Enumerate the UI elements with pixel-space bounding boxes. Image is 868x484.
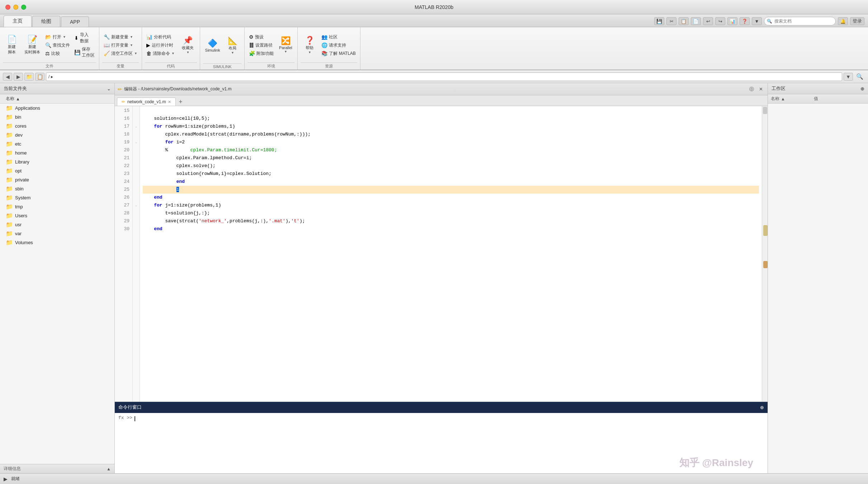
- folder-icon: 📁: [6, 230, 13, 237]
- community-button[interactable]: 👥 社区: [320, 33, 357, 41]
- file-col-header: 名称 ▲: [0, 94, 114, 104]
- clear-workspace-button[interactable]: 🧹 清空工作区 ▼: [102, 50, 139, 57]
- search-input[interactable]: [764, 17, 836, 25]
- editor-minimize-btn[interactable]: ⓪: [747, 86, 755, 92]
- new-script-button[interactable]: 📄 新建脚本: [3, 34, 21, 56]
- file-item-applications[interactable]: 📁 Applications: [0, 104, 114, 113]
- analyze-code-button[interactable]: 📊 分析代码: [145, 33, 176, 41]
- detail-info-expand-icon[interactable]: ▲: [107, 466, 111, 471]
- new-tab-button[interactable]: +: [176, 98, 184, 106]
- import-button[interactable]: ⬇ 导入数据: [73, 31, 96, 45]
- workspace-col-value: 值: [814, 96, 818, 102]
- layout-button[interactable]: 📐 布局 ▼: [223, 35, 241, 56]
- find-file-button[interactable]: 🔍 查找文件: [44, 42, 71, 49]
- simulink-button[interactable]: 🔷 Simulink: [203, 38, 222, 54]
- run-time-button[interactable]: ▶ 运行并计时: [145, 42, 176, 49]
- file-panel-collapse-icon[interactable]: ⌄: [107, 86, 111, 91]
- file-item-system[interactable]: 📁 System: [0, 193, 114, 202]
- nav-search-icon[interactable]: 🔍: [854, 73, 865, 81]
- clear-cmd-button[interactable]: 🗑 清除命令 ▼: [145, 50, 176, 57]
- new-live-script-button[interactable]: 📝 新建实时脚本: [22, 34, 42, 56]
- add-on-button[interactable]: 🧩 附加功能: [247, 50, 275, 57]
- command-window: 命令行窗口 ⊕ fx >>: [115, 402, 768, 473]
- command-window-content[interactable]: fx >>: [115, 413, 768, 473]
- parallel-button[interactable]: 🔀 Parallel ▼: [277, 35, 294, 55]
- tab-close-button[interactable]: ✕: [168, 100, 171, 104]
- file-item-label: usr: [15, 222, 22, 227]
- community-icon: 👥: [321, 34, 327, 40]
- ribbon-code-items: 📊 分析代码 ▶ 运行并计时 🗑 清除命令 ▼ 📌 收藏夹 ▼: [145, 29, 197, 62]
- cut-icon[interactable]: ✂: [666, 17, 676, 25]
- open-variable-button[interactable]: 📖 打开变量 ▼: [102, 42, 139, 49]
- addon-label: 附加功能: [256, 51, 274, 57]
- file-item-users[interactable]: 📁 Users: [0, 211, 114, 220]
- more-icon[interactable]: ▼: [752, 17, 762, 25]
- main-menu-bar: 主页 绘图 APP 💾 ✂ 📋 📄 ↩ ↪ 📊 ❓ ▼ 🔍 🔔 登录: [0, 14, 868, 27]
- file-item-private[interactable]: 📁 private: [0, 175, 114, 184]
- save-workspace-button[interactable]: 💾 保存工作区: [73, 46, 96, 59]
- nav-dropdown-button[interactable]: ▼: [844, 73, 853, 81]
- nav-up-button[interactable]: 📁: [24, 73, 34, 81]
- file-item-label: opt: [15, 168, 22, 174]
- file-item-tmp[interactable]: 📁 tmp: [0, 202, 114, 211]
- close-button[interactable]: [5, 5, 10, 10]
- nav-forward-button[interactable]: ▶: [14, 73, 23, 81]
- workspace-header: 工作区 ⊕: [768, 83, 868, 94]
- editor-close-btn[interactable]: ✕: [757, 86, 765, 92]
- open-icon: 📂: [45, 34, 51, 40]
- file-item-var[interactable]: 📁 var: [0, 229, 114, 238]
- notification-icon[interactable]: 🔔: [838, 17, 848, 25]
- layout-icon[interactable]: 📊: [727, 17, 737, 25]
- learn-matlab-button[interactable]: 📚 了解 MATLAB: [320, 50, 357, 57]
- preferences-button[interactable]: ⚙ 预设: [247, 33, 275, 41]
- path-icon: 🛤: [249, 42, 254, 48]
- scrollbar-vertical[interactable]: [762, 106, 768, 402]
- editor-tab-main[interactable]: ✏ network_code_v1.m ✕: [117, 98, 176, 106]
- command-window-expand-icon[interactable]: ⊕: [760, 405, 764, 410]
- import-save-col: ⬇ 导入数据 💾 保存工作区: [73, 31, 96, 59]
- analyze-icon: 📊: [146, 34, 152, 40]
- collect-button[interactable]: 📌 收藏夹 ▼: [179, 35, 197, 56]
- file-item-bin[interactable]: 📁 bin: [0, 113, 114, 122]
- workspace-expand-icon[interactable]: ⊕: [860, 86, 864, 91]
- open-button[interactable]: 📂 打开 ▼: [44, 33, 71, 41]
- file-item-dev[interactable]: 📁 dev: [0, 131, 114, 139]
- new-variable-button[interactable]: 🔧 新建变量 ▼: [102, 33, 139, 41]
- request-support-button[interactable]: 🌐 请求支持: [320, 42, 357, 49]
- file-item-etc[interactable]: 📁 etc: [0, 139, 114, 148]
- minimize-button[interactable]: [13, 5, 18, 10]
- copy-icon[interactable]: 📋: [679, 17, 689, 25]
- maximize-button[interactable]: [21, 5, 26, 10]
- nav-browse-button[interactable]: 📋: [35, 73, 44, 81]
- redo-icon[interactable]: ↪: [715, 17, 725, 25]
- file-item-sbin[interactable]: 📁 sbin: [0, 184, 114, 193]
- file-item-label: home: [15, 150, 27, 156]
- save-icon[interactable]: 💾: [654, 17, 664, 25]
- folder-icon: 📁: [6, 239, 13, 246]
- file-item-usr[interactable]: 📁 usr: [0, 220, 114, 229]
- new-live-label: 新建实时脚本: [24, 44, 40, 55]
- login-icon[interactable]: 登录: [850, 17, 864, 25]
- compare-button[interactable]: ⚖ 比较: [44, 50, 71, 57]
- nav-back-button[interactable]: ◀: [3, 73, 12, 81]
- tab-plot[interactable]: 绘图: [32, 16, 60, 27]
- code-editor[interactable]: 15 16 17 18 19 20 21 22 23 24 25 26 27 2…: [115, 106, 768, 402]
- code-fold-area: - - -: [133, 106, 140, 402]
- file-item-library[interactable]: 📁 Library: [0, 157, 114, 166]
- undo-icon[interactable]: ↩: [703, 17, 713, 25]
- set-path-button[interactable]: 🛤 设置路径: [247, 42, 275, 49]
- file-col-sort-arrow: ▲: [16, 96, 20, 101]
- file-item-cores[interactable]: 📁 cores: [0, 122, 114, 131]
- paste-icon[interactable]: 📄: [691, 17, 701, 25]
- file-item-home[interactable]: 📁 home: [0, 148, 114, 157]
- tab-home[interactable]: 主页: [4, 15, 32, 27]
- help-icon[interactable]: ❓: [740, 17, 750, 25]
- cmd-cursor: [135, 416, 135, 421]
- file-item-volumes[interactable]: 📁 Volumes: [0, 238, 114, 247]
- nav-path-display[interactable]: / ▸: [46, 72, 842, 81]
- file-item-opt[interactable]: 📁 opt: [0, 166, 114, 175]
- learn-label: 了解 MATLAB: [329, 51, 355, 57]
- help-main-button[interactable]: ❓ 帮助 ▼: [301, 35, 319, 56]
- code-content[interactable]: solution=cell(10,5); for rowNum=1:size(p…: [140, 106, 762, 402]
- tab-app[interactable]: APP: [61, 16, 89, 27]
